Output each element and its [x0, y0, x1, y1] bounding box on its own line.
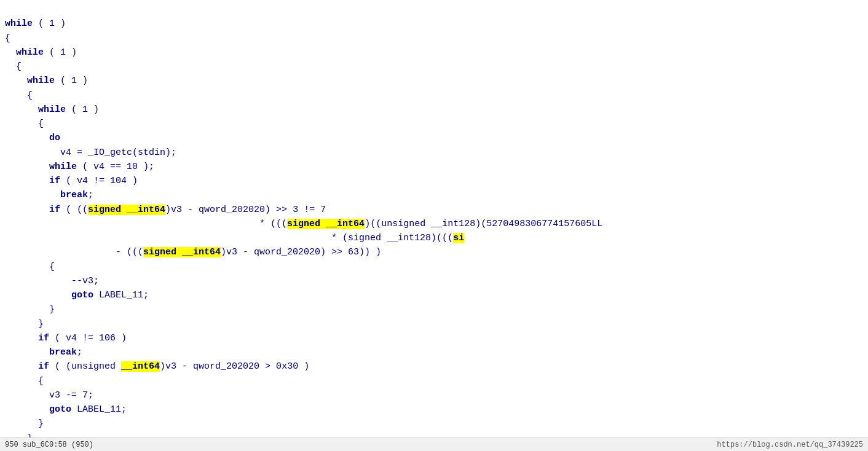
line-1: while ( 1 ) { while ( 1 ) { while ( 1 ) …: [5, 18, 602, 443]
status-left: 950 sub_6C0:58 (950): [5, 441, 93, 448]
status-bar: 950 sub_6C0:58 (950) https://blog.csdn.n…: [0, 437, 868, 448]
code-editor: while ( 1 ) { while ( 1 ) { while ( 1 ) …: [0, 0, 868, 448]
status-right: https://blog.csdn.net/qq_37439225: [717, 441, 863, 448]
